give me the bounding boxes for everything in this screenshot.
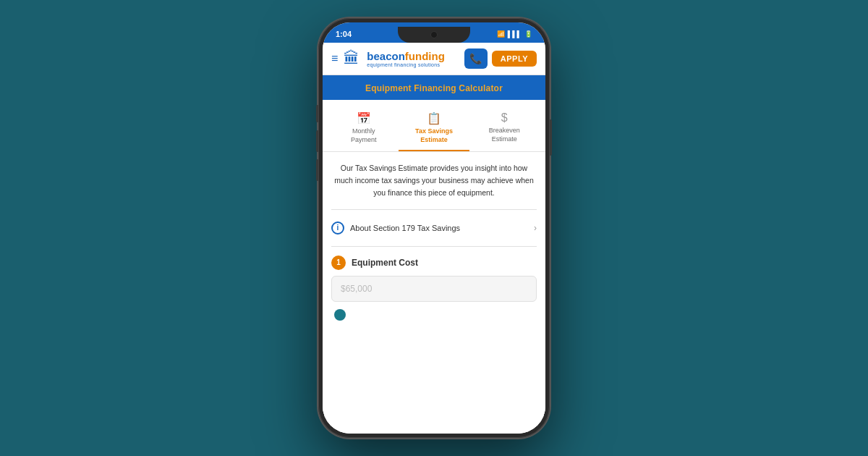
lighthouse-icon: 🏛 [344,49,359,68]
content-body: Our Tax Savings Estimate provides you in… [323,152,545,434]
volume-down-button [316,159,318,181]
tab-monthly-payment[interactable]: 📅 MonthlyPayment [328,107,399,151]
apply-button[interactable]: APPLY [492,51,537,67]
signal-icon: ▌▌▌ [508,30,522,38]
tab-monthly-payment-label: MonthlyPayment [351,127,377,144]
wifi-icon: 📶 [497,30,505,38]
tab-breakeven-label: BreakevenEstimate [489,127,520,143]
slider-handle[interactable] [334,309,346,321]
main-content: 📅 MonthlyPayment 📋 Tax SavingsEstimate $… [323,100,545,434]
calendar-icon: 📅 [357,111,371,125]
chevron-right-icon: › [534,223,537,233]
divider-1 [331,209,537,210]
divider-2 [331,246,537,247]
section-header: 1 Equipment Cost [331,256,537,270]
header-right: 📞 APPLY [464,48,537,69]
phone-mockup: 1:04 📶 ▌▌▌ 🔋 ≡ 🏛 beaconfunding equipment… [318,18,550,438]
calculator-title: Equipment Financing Calculator [365,83,503,93]
app-header: ≡ 🏛 beaconfunding equipment financing so… [323,43,545,75]
section-179-link[interactable]: i About Section 179 Tax Savings › [331,219,537,237]
tabs-container: 📅 MonthlyPayment 📋 Tax SavingsEstimate $… [323,100,545,152]
front-camera [430,31,438,38]
status-time: 1:04 [336,30,352,38]
equipment-cost-section: 1 Equipment Cost $65,000 [331,256,537,321]
tax-icon: 📋 [427,111,441,125]
description-text: Our Tax Savings Estimate provides you in… [331,161,537,200]
section-link-left: i About Section 179 Tax Savings [331,221,460,235]
header-left: ≡ 🏛 beaconfunding equipment financing so… [331,49,445,68]
logo-beacon: beacon [367,50,405,62]
phone-call-button[interactable]: 📞 [464,48,488,69]
dollar-icon: $ [501,111,508,124]
info-icon: i [331,221,344,235]
logo-text: beaconfunding [367,51,445,62]
tab-breakeven[interactable]: $ BreakevenEstimate [469,107,540,151]
phone-icon: 📞 [469,53,482,64]
hamburger-icon[interactable]: ≡ [331,52,338,65]
logo-area: beaconfunding equipment financing soluti… [367,51,445,67]
phone-screen: 1:04 📶 ▌▌▌ 🔋 ≡ 🏛 beaconfunding equipment… [323,22,545,434]
equipment-cost-input[interactable]: $65,000 [331,276,537,302]
status-icons: 📶 ▌▌▌ 🔋 [497,30,532,38]
logo-tagline: equipment financing solutions [367,62,445,67]
logo-funding: funding [405,50,445,62]
power-button [550,119,552,156]
battery-icon: 🔋 [524,30,532,38]
volume-up-button [316,130,318,152]
section-link-text: About Section 179 Tax Savings [350,224,460,232]
tab-tax-savings-label: Tax SavingsEstimate [415,127,453,144]
calculator-header: Equipment Financing Calculator [323,75,545,100]
silent-switch [316,105,318,122]
equipment-cost-label: Equipment Cost [352,258,418,268]
phone-notch [398,27,470,43]
tab-tax-savings[interactable]: 📋 Tax SavingsEstimate [399,107,469,151]
step-badge: 1 [331,256,346,270]
